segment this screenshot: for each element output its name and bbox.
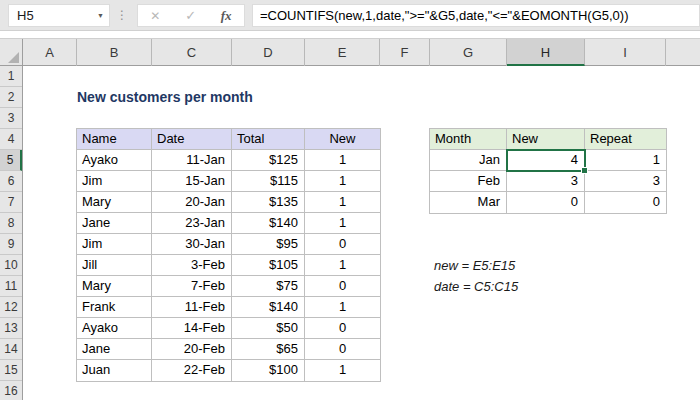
cell-total[interactable]: $100 — [232, 360, 305, 381]
cell-month[interactable]: Feb — [430, 171, 507, 192]
cell-total[interactable]: $50 — [232, 318, 305, 339]
enter-icon[interactable]: ✓ — [185, 8, 196, 23]
row-header-4[interactable]: 4 — [0, 129, 22, 150]
row-header-15[interactable]: 15 — [0, 360, 22, 381]
row-header-10[interactable]: 10 — [0, 255, 22, 276]
row-header-16[interactable]: 16 — [0, 381, 22, 400]
cell-repeat[interactable]: 1 — [585, 150, 666, 171]
cell-name[interactable]: Jane — [77, 213, 152, 234]
cell-name[interactable]: Jim — [77, 234, 152, 255]
row-header-9[interactable]: 9 — [0, 234, 22, 255]
column-header-G[interactable]: G — [430, 39, 507, 66]
cell-new[interactable]: 1 — [305, 297, 380, 318]
column-header-B[interactable]: B — [77, 39, 152, 66]
summary-header-repeat[interactable]: Repeat — [585, 129, 666, 150]
annotation-new-range[interactable]: new = E5:E15 — [434, 255, 515, 276]
cell-new[interactable]: 1 — [305, 171, 380, 192]
cell-new[interactable]: 3 — [507, 171, 585, 192]
row-header-5-selected[interactable]: 5 — [0, 150, 22, 171]
cell-total[interactable]: $75 — [232, 276, 305, 297]
column-header-D[interactable]: D — [232, 39, 305, 66]
row-header-2[interactable]: 2 — [0, 87, 22, 108]
cell-total[interactable]: $65 — [232, 339, 305, 360]
formula-text: =COUNTIFS(new,1,date,">="&G5,date,"<="&E… — [260, 5, 629, 26]
summary-header-month[interactable]: Month — [430, 129, 507, 150]
customers-row: Jim 15-Jan $115 1 — [77, 171, 380, 192]
cell-total[interactable]: $105 — [232, 255, 305, 276]
cell-name[interactable]: Jim — [77, 171, 152, 192]
row-header-6[interactable]: 6 — [0, 171, 22, 192]
cancel-icon[interactable]: ✕ — [150, 9, 160, 23]
row-header-13[interactable]: 13 — [0, 318, 22, 339]
row-header-11[interactable]: 11 — [0, 276, 22, 297]
cell-new[interactable]: 0 — [305, 318, 380, 339]
cell-date[interactable]: 14-Feb — [152, 318, 232, 339]
cell-date[interactable]: 11-Jan — [152, 150, 232, 171]
cell-name[interactable]: Mary — [77, 192, 152, 213]
cell-date[interactable]: 3-Feb — [152, 255, 232, 276]
cell-month[interactable]: Jan — [430, 150, 507, 171]
cell-new[interactable]: 0 — [305, 234, 380, 255]
cell-new[interactable]: 0 — [305, 276, 380, 297]
cell-name[interactable]: Juan — [77, 360, 152, 381]
cell-date[interactable]: 22-Feb — [152, 360, 232, 381]
cell-total[interactable]: $135 — [232, 192, 305, 213]
summary-header-new[interactable]: New — [507, 129, 585, 150]
column-header-C[interactable]: C — [152, 39, 232, 66]
select-all-corner[interactable] — [0, 39, 23, 66]
formula-button-group: ✕ ✓ fx — [137, 4, 245, 27]
cell-date[interactable]: 15-Jan — [152, 171, 232, 192]
column-header-H-selected[interactable]: H — [507, 39, 585, 66]
formula-input[interactable]: =COUNTIFS(new,1,date,">="&G5,date,"<="&E… — [252, 4, 700, 27]
cell-new[interactable]: 1 — [305, 213, 380, 234]
cell-name[interactable]: Mary — [77, 276, 152, 297]
cell-new[interactable]: 0 — [305, 339, 380, 360]
cell-name[interactable]: Jill — [77, 255, 152, 276]
sheet-title[interactable]: New customers per month — [77, 87, 253, 108]
column-header-E[interactable]: E — [305, 39, 380, 66]
column-header-F[interactable]: F — [380, 39, 430, 66]
cell-repeat[interactable]: 0 — [585, 192, 666, 213]
column-header-A[interactable]: A — [23, 39, 77, 66]
row-header-7[interactable]: 7 — [0, 192, 22, 213]
cell-date[interactable]: 7-Feb — [152, 276, 232, 297]
cell-date[interactable]: 20-Jan — [152, 192, 232, 213]
cell-new[interactable]: 1 — [305, 192, 380, 213]
column-header-I[interactable]: I — [585, 39, 666, 66]
cell-date[interactable]: 23-Jan — [152, 213, 232, 234]
cell-date[interactable]: 30-Jan — [152, 234, 232, 255]
cell-date[interactable]: 11-Feb — [152, 297, 232, 318]
cell-name[interactable]: Ayako — [77, 150, 152, 171]
row-header-12[interactable]: 12 — [0, 297, 22, 318]
annotation-date-range[interactable]: date = C5:C15 — [434, 276, 518, 297]
cell-new[interactable]: 1 — [305, 255, 380, 276]
customers-header-name[interactable]: Name — [77, 129, 152, 150]
cell-new[interactable]: 1 — [305, 150, 380, 171]
cell-name[interactable]: Jane — [77, 339, 152, 360]
cell-new[interactable]: 1 — [305, 360, 380, 381]
cell-name[interactable]: Ayako — [77, 318, 152, 339]
customers-header-new[interactable]: New — [305, 129, 380, 150]
name-box[interactable]: H5 ▼ — [8, 4, 110, 27]
cell-name[interactable]: Frank — [77, 297, 152, 318]
cell-new-selected[interactable]: 4 — [507, 150, 585, 171]
row-header-3[interactable]: 3 — [0, 108, 22, 129]
cell-month[interactable]: Mar — [430, 192, 507, 213]
customers-header-total[interactable]: Total — [232, 129, 305, 150]
summary-row: Feb 3 3 — [430, 171, 666, 192]
chevron-down-icon[interactable]: ▼ — [97, 5, 104, 26]
fill-handle[interactable] — [581, 167, 588, 174]
cell-total[interactable]: $140 — [232, 297, 305, 318]
row-header-8[interactable]: 8 — [0, 213, 22, 234]
row-header-1[interactable]: 1 — [0, 66, 22, 87]
cell-total[interactable]: $95 — [232, 234, 305, 255]
insert-function-icon[interactable]: fx — [221, 8, 232, 24]
customers-header-date[interactable]: Date — [152, 129, 232, 150]
cell-date[interactable]: 20-Feb — [152, 339, 232, 360]
cell-total[interactable]: $140 — [232, 213, 305, 234]
cell-total[interactable]: $125 — [232, 150, 305, 171]
row-header-14[interactable]: 14 — [0, 339, 22, 360]
cell-repeat[interactable]: 3 — [585, 171, 666, 192]
cell-total[interactable]: $115 — [232, 171, 305, 192]
cell-new[interactable]: 0 — [507, 192, 585, 213]
